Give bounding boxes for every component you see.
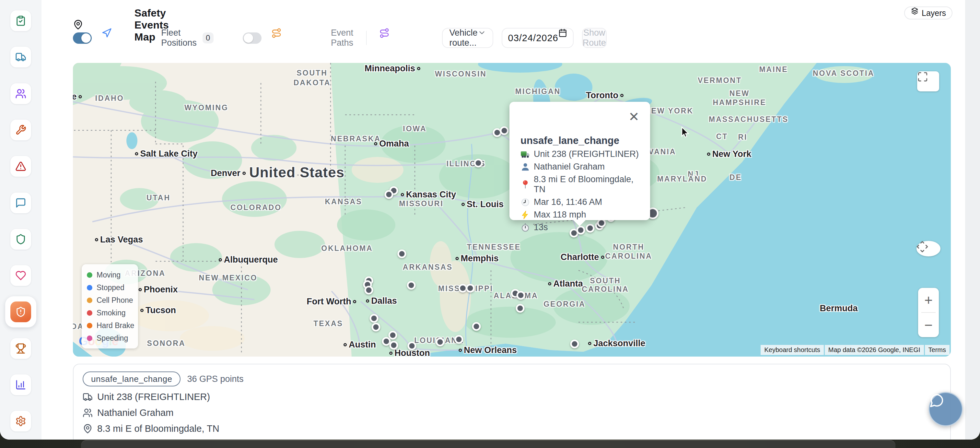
mouse-cursor xyxy=(679,126,691,139)
event-marker[interactable] xyxy=(398,250,406,258)
city-dot xyxy=(707,152,710,156)
sidebar-item-alerts[interactable] xyxy=(10,156,31,177)
map-label-state: NOVA SCOTIA xyxy=(813,69,874,78)
event-marker[interactable] xyxy=(466,284,475,293)
sidebar-item-maintenance[interactable] xyxy=(10,120,31,140)
map-label-city: Charlotte xyxy=(561,252,605,262)
map-legend: MovingStoppedCell PhoneSmokingHard Brake… xyxy=(82,264,138,349)
event-marker[interactable] xyxy=(385,190,393,199)
route-icon-purple xyxy=(379,28,434,48)
sidebar-item-reports[interactable] xyxy=(10,375,31,395)
event-marker[interactable] xyxy=(370,314,379,323)
city-dot xyxy=(95,238,98,241)
gps-points-count: 36 GPS points xyxy=(187,374,243,384)
event-paths-toggle[interactable] xyxy=(243,32,261,44)
clipboard-check-icon xyxy=(15,15,26,26)
city-dot xyxy=(138,288,142,291)
popup-detail-text: Unit 238 (FREIGHTLINER) xyxy=(534,149,639,159)
zoom-out-button[interactable]: − xyxy=(918,313,939,337)
map-label-city: Las Vegas xyxy=(95,235,143,245)
sidebar-item-messages[interactable] xyxy=(10,193,31,213)
map-label-state: TENNESSEE xyxy=(467,243,521,252)
map-label-city: New Orleans xyxy=(458,345,517,355)
legend-item: Cell Phone xyxy=(87,294,138,307)
map-label-city: Jacksonville xyxy=(588,338,646,349)
show-route-button[interactable]: Show Route xyxy=(582,28,607,48)
event-marker[interactable] xyxy=(372,323,380,332)
map-label-state: OKLAHOMA xyxy=(321,244,373,253)
map-label-state: MASSACHUSETTS xyxy=(709,115,789,124)
event-marker[interactable] xyxy=(455,335,463,344)
heart-icon xyxy=(15,270,26,281)
date-input[interactable]: 03/24/2026 xyxy=(502,28,574,48)
map-label-state: KANSAS xyxy=(325,198,362,206)
event-marker[interactable] xyxy=(408,342,417,351)
keyboard-shortcuts-link[interactable]: Keyboard shortcuts xyxy=(760,345,824,355)
sidebar-item-wellness[interactable] xyxy=(10,265,31,286)
city-dot xyxy=(548,282,551,285)
fullscreen-button[interactable] xyxy=(917,71,939,91)
layers-icon xyxy=(911,7,919,19)
city-dot xyxy=(374,142,377,145)
event-marker[interactable] xyxy=(474,159,483,167)
city-dot xyxy=(401,193,404,196)
event-marker[interactable] xyxy=(407,281,416,290)
city-dot xyxy=(219,258,222,261)
legend-dot-icon xyxy=(87,310,92,316)
sidebar-item-drivers[interactable] xyxy=(10,83,31,104)
event-marker[interactable] xyxy=(500,126,509,135)
chat-fab-button[interactable] xyxy=(929,392,963,426)
map-label-state: IOWA xyxy=(403,124,426,133)
sidebar-item-settings[interactable] xyxy=(10,411,31,432)
map-canvas[interactable]: MinneapolisSOUTHDAKOTAWISCONSINMICHIGANT… xyxy=(73,63,951,357)
panel-stat-gauge: 118 mph xyxy=(83,439,130,440)
terms-link[interactable]: Terms xyxy=(925,345,950,355)
map-label-state: WISCONSIN xyxy=(435,70,487,78)
event-marker[interactable] xyxy=(517,291,525,300)
map-label-state: DE xyxy=(730,173,742,182)
popup-detail-row: Mar 16, 11:46 AM xyxy=(520,197,640,207)
map-label-state: MISSOURI xyxy=(399,199,444,208)
sidebar-item-safety-events[interactable] xyxy=(10,301,31,322)
map-attribution: Keyboard shortcuts Map data ©2026 Google… xyxy=(760,345,950,355)
event-marker[interactable] xyxy=(570,340,579,349)
event-marker[interactable] xyxy=(390,341,398,350)
city-dot xyxy=(417,67,420,70)
os-dock[interactable] xyxy=(81,440,896,448)
map-label-state: ARKANSAS xyxy=(403,263,453,272)
event-marker[interactable] xyxy=(472,322,481,331)
vehicle-route-select[interactable]: Vehicle route... xyxy=(442,28,493,48)
pan-control[interactable] xyxy=(916,241,940,257)
event-type-badge[interactable]: unsafe_lane_change xyxy=(83,371,180,386)
sidebar-item-rewards[interactable] xyxy=(10,338,31,359)
event-marker[interactable] xyxy=(436,338,445,346)
popup-close-icon[interactable]: ✕ xyxy=(627,110,640,123)
panel-detail-text: 8.3 mi E of Bloomingdale, TN xyxy=(97,423,220,434)
navigation-icon xyxy=(102,28,156,48)
city-dot xyxy=(588,342,592,345)
map-label-state: MICHIGAN xyxy=(515,87,561,96)
event-marker[interactable] xyxy=(516,304,525,313)
popup-title: unsafe_lane_change xyxy=(520,135,640,147)
panel-stat-clock: 13s xyxy=(145,439,173,440)
event-marker[interactable] xyxy=(388,331,397,340)
zoom-in-button[interactable]: + xyxy=(918,288,939,312)
sidebar-item-compliance[interactable] xyxy=(10,229,31,250)
popup-detail-row: 13s xyxy=(520,222,640,233)
sidebar-item-vehicles[interactable] xyxy=(10,47,31,67)
sidebar xyxy=(0,0,41,440)
sidebar-item-inspections[interactable] xyxy=(10,10,31,31)
event-detail-panel: unsafe_lane_change 36 GPS points Unit 23… xyxy=(73,364,951,440)
chevron-down-icon xyxy=(478,29,486,47)
map-label-city: Denver xyxy=(211,168,246,178)
fleet-positions-toggle[interactable] xyxy=(73,32,92,44)
event-marker[interactable] xyxy=(364,286,373,295)
layers-button[interactable]: Layers xyxy=(904,6,953,19)
city-dot xyxy=(458,349,462,352)
map-label-city: Kansas City xyxy=(401,190,456,200)
fleet-positions-label: Fleet Positions xyxy=(161,28,197,48)
city-dot xyxy=(135,152,138,155)
scrollbar-gutter[interactable] xyxy=(965,0,980,440)
popup-detail-row: Unit 238 (FREIGHTLINER) xyxy=(520,149,640,159)
map-label-state: NEW xyxy=(730,89,750,98)
